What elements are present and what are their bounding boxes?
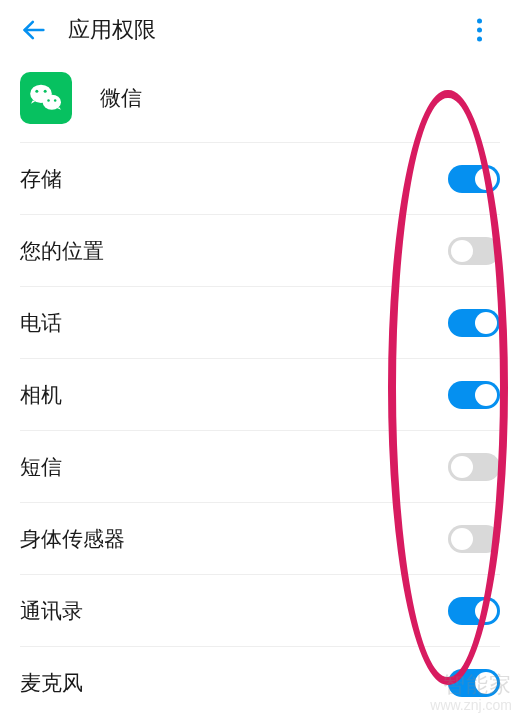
- header: 应用权限: [0, 0, 520, 60]
- permission-toggle-sms[interactable]: [448, 453, 500, 481]
- svg-point-4: [44, 90, 47, 93]
- permission-row: 身体传感器: [20, 502, 500, 574]
- permission-row: 短信: [20, 430, 500, 502]
- permission-toggle-phone[interactable]: [448, 309, 500, 337]
- wechat-icon: [20, 72, 72, 124]
- permission-row: 通讯录: [20, 574, 500, 646]
- permission-row: 电话: [20, 286, 500, 358]
- svg-point-2: [43, 95, 61, 110]
- permission-label: 电话: [20, 309, 62, 337]
- permission-toggle-location[interactable]: [448, 237, 500, 265]
- permission-toggle-body-sensors[interactable]: [448, 525, 500, 553]
- permission-label: 您的位置: [20, 237, 104, 265]
- permission-toggle-contacts[interactable]: [448, 597, 500, 625]
- app-name: 微信: [100, 84, 142, 112]
- permission-toggle-storage[interactable]: [448, 165, 500, 193]
- permission-label: 麦克风: [20, 669, 83, 697]
- permission-label: 存储: [20, 165, 62, 193]
- permission-row: 麦克风: [20, 646, 500, 717]
- permission-toggle-microphone[interactable]: [448, 669, 500, 697]
- page-title: 应用权限: [68, 15, 156, 45]
- more-icon[interactable]: [469, 11, 490, 50]
- app-info: 微信: [0, 60, 520, 142]
- permission-label: 相机: [20, 381, 62, 409]
- svg-point-6: [54, 99, 57, 102]
- svg-point-5: [47, 99, 50, 102]
- permission-label: 通讯录: [20, 597, 83, 625]
- permission-row: 存储: [20, 142, 500, 214]
- permission-label: 身体传感器: [20, 525, 125, 553]
- permission-row: 相机: [20, 358, 500, 430]
- permission-toggle-camera[interactable]: [448, 381, 500, 409]
- back-icon[interactable]: [20, 16, 48, 44]
- permission-row: 您的位置: [20, 214, 500, 286]
- svg-point-3: [35, 90, 38, 93]
- permission-list: 存储 您的位置 电话 相机 短信 身体传感器 通讯录 麦克风 设置单项权限: [0, 142, 520, 717]
- permission-label: 短信: [20, 453, 62, 481]
